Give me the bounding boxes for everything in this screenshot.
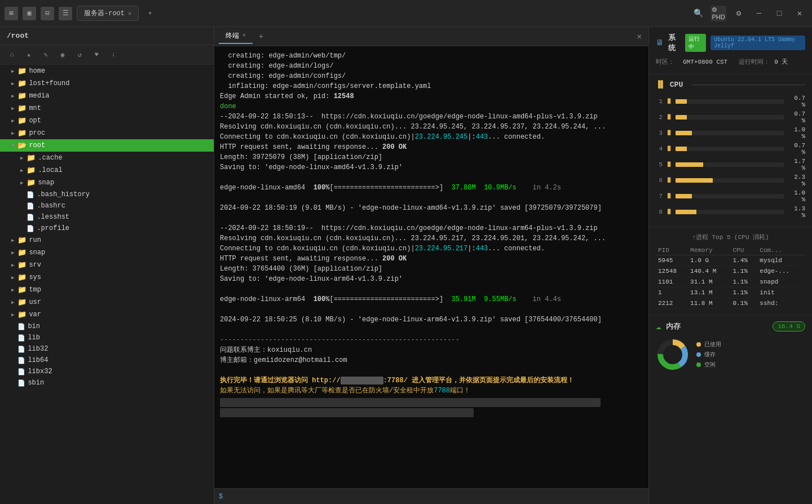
download-icon[interactable]: ↓ [106, 47, 121, 62]
cpu-percentage: 1.3 % [787, 205, 805, 219]
close-all-icon[interactable]: ✕ [635, 29, 644, 43]
pnh-badge[interactable]: ⚙ PHD [710, 6, 726, 21]
chevron-right-icon: ▶ [11, 250, 14, 256]
cpu-core-row: 3 ▐▌ 1.0 % [656, 126, 805, 140]
tree-item-profile[interactable]: ▶ 📄 .profile [0, 223, 214, 234]
process-table-row: 5945 1.0 G 1.4% mysqld [656, 255, 805, 266]
col-pid: PID [656, 246, 688, 255]
term-line: Connecting to cdn.koxiuqiu.cn (cdn.koxiu… [220, 244, 643, 254]
proc-command: mysqld [757, 255, 805, 266]
folder-icon: 📁 [17, 298, 27, 307]
chevron-down-icon[interactable]: ▾ [143, 7, 157, 20]
close-icon[interactable]: ✕ [128, 10, 131, 17]
proc-cpu: 1.1% [731, 266, 758, 277]
memory-visual-row: 已使用 缓存 空闲 [656, 338, 805, 372]
terminal-content[interactable]: creating: edge-admin/web/tmp/ creating: … [214, 46, 648, 488]
chevron-right-icon: ▶ [11, 237, 14, 244]
tree-item-proc[interactable]: ▶ 📁 proc [0, 127, 214, 139]
tree-item-snap-sub[interactable]: ▶ 📁 snap [0, 176, 214, 189]
add-tab-button[interactable]: + [255, 30, 267, 43]
process-table-body: 5945 1.0 G 1.4% mysqld 12548 140.4 M 1.1… [656, 255, 805, 309]
right-panel: 🖥 系统 运行中 Ubuntu 22.04.1 LTS Uammy Jellyf… [648, 27, 812, 504]
core-number: 6 [656, 177, 663, 184]
server-tab[interactable]: 服务器-root ✕ [77, 6, 139, 21]
bookmark-icon[interactable]: ★ [21, 47, 36, 62]
tree-item-lib[interactable]: ▶ 📄 lib [0, 332, 214, 343]
core-number: 3 [656, 130, 663, 136]
timezone-label: 时区： [656, 58, 678, 66]
tree-item-tmp[interactable]: ▶ 📁 tmp [0, 284, 214, 296]
edit-icon[interactable]: ✎ [38, 47, 53, 62]
uptime-value: 0 天 [774, 58, 788, 66]
file-tree-header: /root [0, 27, 214, 45]
process-table-row: 1 13.1 M 1.1% init [656, 288, 805, 298]
tree-item-lostfound[interactable]: ▶ 📁 lost+found [0, 77, 214, 90]
core-number: 1 [656, 98, 663, 105]
core-number: 5 [656, 161, 663, 168]
cloud-icon: ☁ [656, 321, 661, 332]
tree-item-home[interactable]: ▶ 📁 home [0, 65, 214, 77]
tree-item-libx32[interactable]: ▶ 📄 libx32 [0, 366, 214, 377]
cpu-percentage: 1.0 % [787, 126, 805, 140]
core-mini-bar: ▐▌ [666, 210, 672, 215]
proc-pid: 12548 [656, 266, 688, 277]
tree-item-srv[interactable]: ▶ 📁 srv [0, 259, 214, 271]
tree-item-lib32[interactable]: ▶ 📄 lib32 [0, 343, 214, 355]
tree-item-opt[interactable]: ▶ 📁 opt [0, 114, 214, 127]
home-icon[interactable]: ⌂ [5, 47, 19, 62]
maximize-icon[interactable]: □ [771, 6, 787, 21]
sidebar-toggle-icon[interactable]: ⊞ [5, 7, 18, 20]
tree-item-run[interactable]: ▶ 📁 run [0, 234, 214, 246]
cpu-bar-fill [676, 162, 703, 167]
tree-item-lesshst[interactable]: ▶ 📄 .lesshst [0, 211, 214, 223]
tab-terminal[interactable]: 终端 × [219, 29, 253, 44]
file-tree-content[interactable]: ▶ 📁 home ▶ 📁 lost+found ▶ 📁 media ▶ [0, 65, 214, 504]
file-icon: 📄 [27, 225, 34, 232]
tree-item-snap[interactable]: ▶ 📁 snap [0, 246, 214, 259]
folder-icon: 📁 [17, 248, 27, 257]
legend-cached-label: 缓存 [704, 351, 716, 359]
settings-icon[interactable]: ⚙ [731, 6, 747, 21]
cpu-percentage: 1.0 % [787, 189, 805, 203]
os-badge: Ubuntu 22.04.1 LTS Uammy Jellyf [710, 36, 805, 50]
terminal-area: 终端 × + ✕ creating: edge-admin/web/tmp/ c… [214, 27, 648, 504]
term-line: Saving to: 'edge-node-linux-amd64-v1.3.9… [220, 162, 643, 173]
close-tab-icon[interactable]: × [242, 33, 246, 39]
layout-icon[interactable]: ⊟ [41, 7, 54, 20]
tree-item-lib64[interactable]: ▶ 📄 lib64 [0, 355, 214, 366]
term-line: Edge Admin started ok, pid: 12548 [220, 91, 643, 101]
tree-item-cache[interactable]: ▶ 📁 .cache [0, 152, 214, 164]
tree-item-bashrc[interactable]: ▶ 📄 .bashrc [0, 200, 214, 211]
tree-item-mnt[interactable]: ▶ 📁 mnt [0, 102, 214, 114]
tree-item-local[interactable]: ▶ 📁 .local [0, 164, 214, 176]
cpu-percentage: 0.7 % [787, 110, 805, 124]
cpu-bar-fill [676, 115, 687, 120]
tree-item-sys[interactable]: ▶ 📁 sys [0, 271, 214, 284]
tab-view-icon[interactable]: ▣ [23, 7, 36, 20]
tree-item-var[interactable]: ▶ 📁 var [0, 308, 214, 321]
heart-icon[interactable]: ♥ [89, 47, 104, 62]
core-number: 4 [656, 145, 663, 152]
tree-item-bin[interactable]: ▶ 📄 bin [0, 321, 214, 332]
tree-item-usr[interactable]: ▶ 📁 usr [0, 296, 214, 308]
file-icon: 📄 [27, 191, 34, 198]
tree-item-bash-history[interactable]: ▶ 📄 .bash_history [0, 189, 214, 200]
chevron-right-icon: ▶ [11, 312, 14, 318]
refresh-icon[interactable]: ↺ [72, 47, 87, 62]
folder-icon: 📁 [17, 67, 27, 76]
folder-icon: 📁 [17, 260, 27, 269]
cpu-bar-container [676, 131, 784, 135]
process-table: PID Memory CPU Com... 5945 1.0 G 1.4% my… [656, 246, 805, 309]
search-icon[interactable]: 🔍 [690, 6, 706, 21]
process-section: ↑进程 Top 5 (CPU 消耗) PID Memory CPU Com...… [649, 227, 812, 315]
menu-icon[interactable]: ☰ [59, 7, 72, 20]
close-icon[interactable]: ✕ [792, 6, 807, 21]
tree-item-media[interactable]: ▶ 📁 media [0, 90, 214, 102]
tree-item-root[interactable]: ▼ 📂 root [0, 139, 214, 152]
minimize-icon[interactable]: ─ [751, 6, 767, 21]
term-line: HTTP request sent, awaiting response... … [220, 142, 643, 152]
eye-icon[interactable]: ◉ [55, 47, 70, 62]
tree-item-sbin[interactable]: ▶ 📄 sbin [0, 377, 214, 388]
cpu-bar-fill [676, 194, 692, 198]
timezone-row: 时区： GMT+0800 CST 运行时间： 0 天 [656, 58, 805, 66]
